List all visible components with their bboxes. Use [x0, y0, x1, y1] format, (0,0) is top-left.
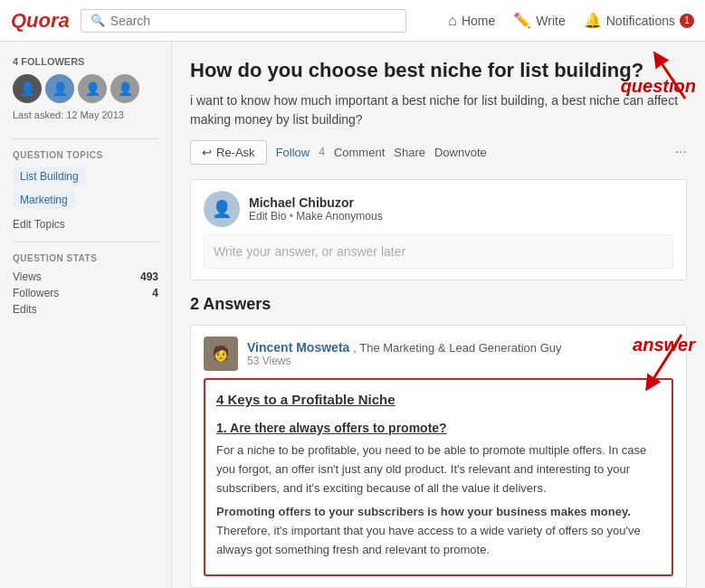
answer-input-box: 👤 Michael Chibuzor Edit Bio • Make Anony…: [190, 179, 687, 280]
answer-para-2: Promoting offers to your subscribers is …: [216, 503, 661, 559]
answers-header: 2 Answers: [190, 295, 687, 314]
author-views: 53 Views: [247, 355, 562, 367]
topic-tag-marketing[interactable]: Marketing: [13, 191, 158, 214]
followers-count-label: 4 FOLLOWERS: [13, 56, 158, 67]
author-avatar: 🧑: [204, 337, 238, 371]
answer-content: 4 Keys to a Profitable Niche 1. Are ther…: [204, 378, 673, 576]
follow-count: 4: [319, 146, 325, 158]
edit-topics-link[interactable]: Edit Topics: [13, 218, 158, 231]
nav-home-label: Home: [462, 14, 495, 28]
answer-placeholder[interactable]: Write your answer, or answer later: [204, 234, 673, 269]
avatar: 👤: [78, 74, 107, 103]
avatar: 👤: [13, 74, 42, 103]
header: Quora 🔍 ⌂ Home ✏️ Write 🔔 Notifications …: [0, 0, 705, 42]
answer-content-subtitle: 1. Are there always offers to promote?: [216, 418, 661, 438]
topic-tag-list-building[interactable]: List Building: [13, 167, 158, 191]
write-icon: ✏️: [513, 12, 531, 29]
stat-edits: Edits: [13, 303, 158, 316]
share-link[interactable]: Share: [394, 146, 425, 159]
avatar: 👤: [110, 74, 139, 103]
search-input[interactable]: [110, 14, 396, 28]
author-name[interactable]: Vincent Mosweta: [247, 340, 349, 355]
answers-section: 2 Answers 🧑 Vincent Mosweta , The Market…: [190, 295, 687, 588]
sidebar-divider: [13, 138, 158, 139]
main-content: How do you choose best niche for list bu…: [172, 42, 705, 588]
author-title: , The Marketing & Lead Generation Guy: [353, 341, 561, 355]
answer-author-row: 🧑 Vincent Mosweta , The Marketing & Lead…: [204, 337, 673, 371]
answer-para-1: For a niche to be profitable, you need t…: [216, 441, 661, 498]
stat-followers-value: 4: [152, 287, 158, 299]
comment-link[interactable]: Comment: [334, 146, 385, 159]
answer-user-info: Michael Chibuzor Edit Bio • Make Anonymo…: [249, 195, 383, 223]
downvote-link[interactable]: Downvote: [434, 146, 487, 159]
avatar: 👤: [45, 74, 74, 103]
reask-icon: ↩: [202, 146, 212, 159]
answer-avatar: 👤: [204, 191, 240, 227]
search-bar[interactable]: 🔍: [81, 9, 406, 33]
answer-content-title: 4 Keys to a Profitable Niche: [216, 389, 661, 411]
sidebar: 4 FOLLOWERS 👤 👤 👤 👤 Last asked: 12 May 2…: [0, 42, 172, 588]
stat-edits-label: Edits: [13, 303, 37, 316]
stat-views: Views 493: [13, 270, 158, 283]
nav-notifications-label: Notifications: [606, 14, 675, 28]
stat-views-value: 493: [140, 270, 158, 283]
nav-write-label: Write: [536, 14, 565, 28]
stat-views-label: Views: [13, 270, 42, 283]
edit-bio-link[interactable]: Edit Bio: [249, 210, 286, 223]
question-section: How do you choose best niche for list bu…: [190, 58, 687, 165]
last-asked: Last asked: 12 May 2013: [13, 109, 158, 122]
reask-button[interactable]: ↩ Re-Ask: [190, 140, 267, 165]
page-container: 4 FOLLOWERS 👤 👤 👤 👤 Last asked: 12 May 2…: [0, 42, 705, 588]
search-icon: 🔍: [91, 14, 105, 27]
stat-followers: Followers 4: [13, 287, 158, 299]
answer-user-name: Michael Chibuzor: [249, 195, 383, 210]
nav-notifications[interactable]: 🔔 Notifications 1: [584, 12, 694, 29]
answer-entry: 🧑 Vincent Mosweta , The Marketing & Lead…: [190, 325, 687, 588]
question-actions: ↩ Re-Ask Follow 4 Comment Share Downvote…: [190, 140, 687, 165]
more-options-button[interactable]: ···: [675, 144, 687, 160]
follower-avatars: 👤 👤 👤 👤: [13, 74, 158, 103]
answer-user-meta: Edit Bio • Make Anonymous: [249, 210, 383, 223]
answer-para-2-bold: Promoting offers to your subscribers is …: [216, 505, 631, 518]
nav-items: ⌂ Home ✏️ Write 🔔 Notifications 1: [448, 12, 694, 29]
follow-button[interactable]: Follow: [276, 146, 310, 159]
question-title: How do you choose best niche for list bu…: [190, 58, 687, 84]
notification-badge: 1: [680, 14, 694, 28]
home-icon: ⌂: [448, 13, 457, 29]
question-stats-title: QUESTION STATS: [13, 253, 158, 263]
logo[interactable]: Quora: [11, 9, 70, 33]
sidebar-divider-2: [13, 242, 158, 242]
make-anonymous-link[interactable]: Make Anonymous: [296, 210, 382, 223]
nav-home[interactable]: ⌂ Home: [448, 13, 495, 29]
bell-icon: 🔔: [584, 12, 602, 29]
nav-write[interactable]: ✏️ Write: [513, 12, 565, 29]
stat-followers-label: Followers: [13, 287, 59, 299]
author-info: Vincent Mosweta , The Marketing & Lead G…: [247, 340, 562, 367]
answer-user-row: 👤 Michael Chibuzor Edit Bio • Make Anony…: [204, 191, 673, 227]
question-body: i want to know how much important a best…: [190, 91, 687, 129]
question-topics-title: QUESTION TOPICS: [13, 150, 158, 160]
answer-para-2-rest: Therefore, it's important that you have …: [216, 524, 641, 556]
